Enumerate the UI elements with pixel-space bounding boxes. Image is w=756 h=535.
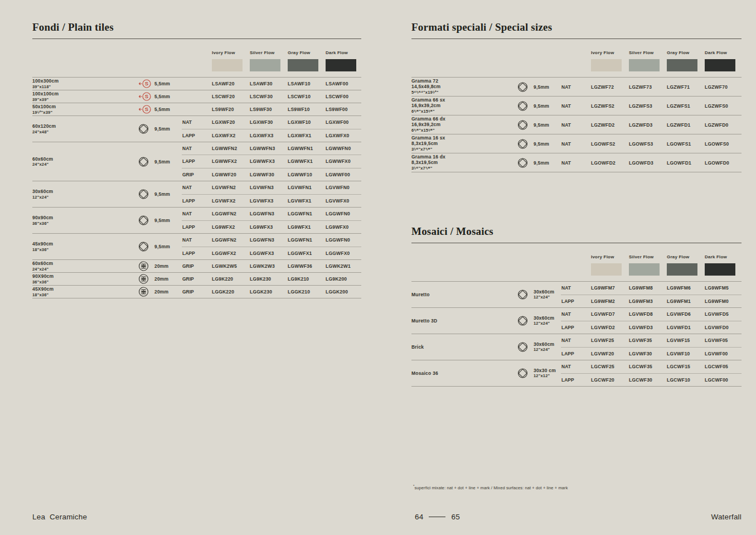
rectified-diamond-icon	[138, 215, 149, 226]
product-code: LGVWFX0	[326, 198, 361, 204]
product-code: LGCWF35	[629, 364, 667, 369]
finish-label: NAT	[561, 285, 591, 291]
product-code: LGVWF00	[705, 351, 740, 356]
finish-rows: NATLGVWFD7LGVWFD8LGVWFD6LGVWFD5LAPPLGVWF…	[561, 308, 742, 334]
product-code: LGVWFD2	[591, 325, 629, 330]
product-name-cell: Gramma 16 dx8,3x19,5cm3¹⁄⁴"x7⁵⁄⁸"	[411, 154, 445, 172]
product-code: LGGWFN1	[288, 211, 326, 216]
swatch-column: Ivory Flow	[591, 50, 629, 71]
color-swatch	[250, 59, 280, 71]
finish-rows: NATLGZWFD2LGZWFD3LGZWFD1LGZWFD0	[561, 115, 742, 134]
brand-name: Lea Ceramiche	[32, 513, 87, 521]
finish-label: LAPP	[182, 224, 212, 230]
product-code: LGVWFX2	[212, 198, 250, 204]
special-sizes-table: Gramma 7214,5x49,8cm5⁴⁵⁄⁶⁴"x19¹⁄²"9,5mmN…	[411, 77, 742, 172]
table-row: Gramma 66 dx16,9x39,2cm6⁵⁄⁸"x15³⁄⁸"9,5mm…	[411, 115, 742, 134]
size-cell: 60x60cm24"x24"	[32, 261, 53, 272]
product-code: LSAWF20	[212, 81, 250, 86]
thickness-cell: 20mm	[154, 263, 168, 269]
table-row: 50x100cm19¹⁄²"x39"S5,5mmLS9WF20LS9WF30LS…	[32, 103, 361, 115]
product-code: LGGK210	[288, 289, 326, 295]
thickness-label: 9,5mm	[534, 122, 549, 128]
product-code: LGZWF73	[629, 84, 667, 90]
product-code: LSAWF30	[250, 81, 288, 86]
swatch-label: Gray Flow	[288, 50, 326, 55]
product-code: LGXWF30	[250, 119, 288, 125]
size-cm: 30x30 cm	[534, 368, 556, 373]
finish-label: LAPP	[182, 133, 212, 138]
size-cm: 30x60cm	[534, 341, 554, 347]
swatch-column: Ivory Flow	[212, 50, 250, 71]
20mm-thickness-icon	[138, 287, 149, 297]
size-inches: 36"x36"	[32, 220, 53, 226]
table-row: Gramma 66 sx16,9x39,2cm6⁵⁄⁸"x15³⁄⁸"9,5mm…	[411, 96, 742, 115]
table-row: Gramma 7214,5x49,8cm5⁴⁵⁄⁶⁴"x19¹⁄²"9,5mmN…	[411, 77, 742, 96]
thickness-label: 5,5mm	[154, 94, 170, 99]
product-name-cell: Brick	[411, 344, 424, 350]
slim-s-icon: S	[138, 79, 152, 89]
product-code: LGCWF15	[667, 364, 705, 369]
finish-label: NAT	[561, 141, 591, 147]
product-code: LGGWFN0	[326, 211, 361, 216]
swatch-label: Silver Flow	[250, 50, 288, 55]
finish-row: NATLGGWFN2LGGWFN3LGGWFN1LGGWFN0	[182, 234, 361, 247]
product-code: LGWWFX3	[250, 158, 288, 164]
finish-label: NAT	[561, 103, 591, 109]
product-code: LGVWFN1	[288, 185, 326, 190]
finish-row: NATLGVWFD7LGVWFD8LGVWFD6LGVWFD5	[561, 308, 742, 321]
product-name: Muretto	[411, 292, 430, 298]
product-code: LSCWF30	[250, 94, 288, 99]
product-code: LGXWFX0	[326, 133, 361, 138]
size-inches: 19¹⁄²"x39"	[32, 109, 56, 115]
finish-label: GRIP	[182, 276, 212, 282]
thickness-label: 9,5mm	[534, 141, 549, 147]
swatch-label: Silver Flow	[629, 254, 667, 259]
finish-row: LSCWF20LSCWF30LSCWF10LSCWF00	[182, 90, 361, 103]
thickness-label: 5,5mm	[154, 81, 170, 86]
product-code: LGWWFX1	[288, 158, 326, 164]
thickness-cell: 9,5mm	[534, 84, 549, 90]
rectified-diamond-icon	[517, 157, 528, 168]
product-code: LGWK2W5	[212, 263, 250, 269]
thickness-label: 9,5mm	[154, 244, 170, 249]
product-code: LG9WFM0	[705, 298, 740, 304]
product-code: LGVWFD1	[667, 325, 705, 330]
product-code: LGWWF00	[326, 172, 361, 177]
rectified-diamond-icon	[517, 119, 528, 130]
finish-label: NAT	[561, 364, 591, 369]
finish-row: LAPPLGCWF20LGCWF30LGCWF10LGCWF00	[561, 373, 742, 387]
product-code: LS9WF00	[326, 107, 361, 112]
size-inches: 24"x24"	[32, 162, 53, 168]
size-cm: 16,9x39,2cm	[411, 122, 445, 128]
thickness-cell: 9,5mm	[154, 191, 170, 197]
product-code: LGGWFN2	[212, 237, 250, 243]
size-inches: 3¹⁄⁴"x7⁵⁄⁸"	[411, 147, 445, 153]
product-code: LGVWF35	[629, 338, 667, 343]
finish-rows: LS9WF20LS9WF30LS9WF10LS9WF00	[182, 103, 361, 115]
product-code: LGGWFN2	[212, 211, 250, 216]
swatch-header: Ivory FlowSilver FlowGray FlowDark Flow	[591, 50, 743, 71]
svg-text:S: S	[145, 106, 149, 112]
product-name-cell: Gramma 66 dx16,9x39,2cm6⁵⁄⁸"x15³⁄⁸"	[411, 116, 445, 134]
product-code: LSCWF00	[326, 94, 361, 99]
product-code: LGVWF05	[705, 338, 740, 343]
finish-rows: NATLGVWFN2LGVWFN3LGVWFN1LGVWFN0LAPPLGVWF…	[182, 181, 361, 207]
finish-rows: GRIPLGWK2W5LGWK2W3LGWWF36LGWK2W1	[182, 260, 361, 272]
product-code: LGOWFD2	[591, 160, 629, 166]
product-code: LGVWFD8	[629, 311, 667, 317]
swatch-column: Silver Flow	[629, 254, 667, 276]
section-title: Formati speciali / Special sizes	[411, 21, 742, 39]
product-code: LG9K200	[326, 276, 361, 282]
swatch-label: Ivory Flow	[212, 50, 250, 55]
footnote-text: superfici mixate: nat + dot + line + mar…	[414, 485, 568, 490]
product-name-cell: Muretto 3D	[411, 318, 437, 324]
finish-label: GRIP	[182, 263, 212, 269]
product-code: LGZWFD0	[705, 122, 740, 128]
product-code: LGCWF10	[667, 377, 705, 383]
thickness-label: 9,5mm	[154, 191, 170, 197]
product-code: LS9WF10	[288, 107, 326, 112]
product-code: LGWK2W1	[326, 263, 361, 269]
product-code: LGVWFD6	[667, 311, 705, 317]
product-code: LGWWFX0	[326, 158, 361, 164]
table-row: 100x100cm39"x39"S5,5mmLSCWF20LSCWF30LSCW…	[32, 90, 361, 103]
